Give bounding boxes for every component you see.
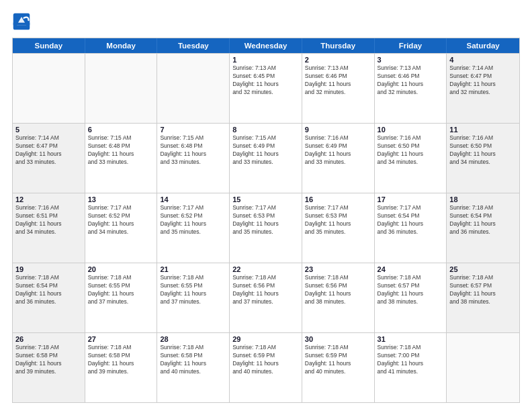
day-number: 24	[378, 265, 444, 273]
day-number: 4	[449, 56, 517, 64]
day-info: Sunrise: 7:18 AM Sunset: 6:58 PM Dayligh…	[160, 344, 226, 376]
day-number: 21	[160, 265, 226, 273]
day-info: Sunrise: 7:18 AM Sunset: 6:55 PM Dayligh…	[88, 274, 154, 306]
calendar-week: 26Sunrise: 7:18 AM Sunset: 6:58 PM Dayli…	[13, 332, 519, 402]
calendar-cell: 5Sunrise: 7:14 AM Sunset: 6:47 PM Daylig…	[13, 124, 85, 193]
logo	[12, 12, 34, 31]
day-number: 8	[232, 126, 299, 134]
calendar-week: 5Sunrise: 7:14 AM Sunset: 6:47 PM Daylig…	[13, 123, 519, 193]
day-number: 14	[160, 195, 226, 203]
calendar-cell: 15Sunrise: 7:17 AM Sunset: 6:53 PM Dayli…	[230, 193, 302, 263]
day-info: Sunrise: 7:13 AM Sunset: 6:45 PM Dayligh…	[232, 64, 299, 97]
day-number: 5	[15, 126, 82, 134]
day-info: Sunrise: 7:15 AM Sunset: 6:48 PM Dayligh…	[88, 134, 154, 167]
day-info: Sunrise: 7:16 AM Sunset: 6:51 PM Dayligh…	[15, 204, 82, 236]
calendar-cell: 30Sunrise: 7:18 AM Sunset: 6:59 PM Dayli…	[302, 333, 375, 402]
svg-rect-2	[13, 23, 30, 26]
calendar-cell	[13, 54, 85, 123]
calendar-cell: 2Sunrise: 7:13 AM Sunset: 6:46 PM Daylig…	[302, 54, 375, 123]
calendar-cell: 24Sunrise: 7:18 AM Sunset: 6:57 PM Dayli…	[375, 263, 447, 332]
day-info: Sunrise: 7:17 AM Sunset: 6:53 PM Dayligh…	[305, 204, 371, 236]
day-info: Sunrise: 7:18 AM Sunset: 6:56 PM Dayligh…	[232, 274, 299, 306]
day-number: 11	[449, 126, 517, 134]
calendar: SundayMondayTuesdayWednesdayThursdayFrid…	[12, 38, 520, 403]
day-info: Sunrise: 7:18 AM Sunset: 6:58 PM Dayligh…	[15, 344, 82, 376]
day-info: Sunrise: 7:18 AM Sunset: 6:56 PM Dayligh…	[305, 274, 371, 306]
day-info: Sunrise: 7:18 AM Sunset: 6:58 PM Dayligh…	[88, 344, 154, 376]
calendar-week: 12Sunrise: 7:16 AM Sunset: 6:51 PM Dayli…	[13, 193, 519, 263]
day-info: Sunrise: 7:14 AM Sunset: 6:47 PM Dayligh…	[15, 134, 82, 167]
calendar-cell: 25Sunrise: 7:18 AM Sunset: 6:57 PM Dayli…	[447, 263, 519, 332]
day-info: Sunrise: 7:16 AM Sunset: 6:50 PM Dayligh…	[449, 134, 517, 167]
day-number: 30	[305, 335, 371, 343]
day-of-week-header: Wednesday	[230, 38, 302, 53]
day-number: 26	[15, 335, 82, 343]
calendar-cell: 26Sunrise: 7:18 AM Sunset: 6:58 PM Dayli…	[13, 333, 85, 402]
calendar-cell: 14Sunrise: 7:17 AM Sunset: 6:52 PM Dayli…	[157, 193, 230, 263]
day-number: 10	[378, 126, 444, 134]
calendar-week: 19Sunrise: 7:18 AM Sunset: 6:54 PM Dayli…	[13, 263, 519, 332]
day-info: Sunrise: 7:14 AM Sunset: 6:47 PM Dayligh…	[449, 64, 517, 97]
day-info: Sunrise: 7:17 AM Sunset: 6:52 PM Dayligh…	[160, 204, 226, 236]
calendar-cell	[85, 54, 158, 123]
day-number: 20	[88, 265, 154, 273]
calendar-cell: 17Sunrise: 7:17 AM Sunset: 6:54 PM Dayli…	[375, 193, 447, 263]
day-of-week-header: Monday	[85, 38, 158, 53]
calendar-cell: 11Sunrise: 7:16 AM Sunset: 6:50 PM Dayli…	[447, 124, 519, 193]
calendar-week: 1Sunrise: 7:13 AM Sunset: 6:45 PM Daylig…	[13, 53, 519, 123]
day-info: Sunrise: 7:18 AM Sunset: 7:00 PM Dayligh…	[378, 344, 444, 376]
calendar-cell: 19Sunrise: 7:18 AM Sunset: 6:54 PM Dayli…	[13, 263, 85, 332]
day-info: Sunrise: 7:17 AM Sunset: 6:52 PM Dayligh…	[88, 204, 154, 236]
page: SundayMondayTuesdayWednesdayThursdayFrid…	[0, 0, 532, 411]
day-number: 2	[305, 56, 371, 64]
calendar-cell: 31Sunrise: 7:18 AM Sunset: 7:00 PM Dayli…	[375, 333, 447, 402]
day-info: Sunrise: 7:15 AM Sunset: 6:49 PM Dayligh…	[232, 134, 299, 167]
day-number: 18	[449, 195, 517, 203]
calendar-cell: 20Sunrise: 7:18 AM Sunset: 6:55 PM Dayli…	[85, 263, 158, 332]
day-info: Sunrise: 7:15 AM Sunset: 6:48 PM Dayligh…	[160, 134, 226, 167]
header	[12, 12, 520, 31]
calendar-cell: 22Sunrise: 7:18 AM Sunset: 6:56 PM Dayli…	[230, 263, 302, 332]
day-info: Sunrise: 7:13 AM Sunset: 6:46 PM Dayligh…	[305, 64, 371, 97]
day-of-week-header: Sunday	[13, 38, 85, 53]
calendar-cell: 23Sunrise: 7:18 AM Sunset: 6:56 PM Dayli…	[302, 263, 375, 332]
day-number: 31	[378, 335, 444, 343]
day-info: Sunrise: 7:16 AM Sunset: 6:50 PM Dayligh…	[378, 134, 444, 167]
day-number: 15	[232, 195, 299, 203]
day-info: Sunrise: 7:16 AM Sunset: 6:49 PM Dayligh…	[305, 134, 371, 167]
day-of-week-header: Saturday	[447, 38, 519, 53]
calendar-cell: 18Sunrise: 7:18 AM Sunset: 6:54 PM Dayli…	[447, 193, 519, 263]
day-info: Sunrise: 7:18 AM Sunset: 6:54 PM Dayligh…	[449, 204, 517, 236]
day-info: Sunrise: 7:17 AM Sunset: 6:54 PM Dayligh…	[378, 204, 444, 236]
day-of-week-header: Friday	[375, 38, 447, 53]
day-number: 6	[88, 126, 154, 134]
calendar-cell: 10Sunrise: 7:16 AM Sunset: 6:50 PM Dayli…	[375, 124, 447, 193]
day-of-week-header: Tuesday	[157, 38, 230, 53]
day-info: Sunrise: 7:18 AM Sunset: 6:54 PM Dayligh…	[15, 274, 82, 306]
calendar-header: SundayMondayTuesdayWednesdayThursdayFrid…	[13, 38, 519, 53]
day-number: 28	[160, 335, 226, 343]
calendar-cell	[447, 333, 519, 402]
calendar-cell: 27Sunrise: 7:18 AM Sunset: 6:58 PM Dayli…	[85, 333, 158, 402]
day-number: 3	[378, 56, 444, 64]
logo-icon	[12, 12, 31, 31]
day-info: Sunrise: 7:18 AM Sunset: 6:57 PM Dayligh…	[449, 274, 517, 306]
calendar-body: 1Sunrise: 7:13 AM Sunset: 6:45 PM Daylig…	[13, 53, 519, 402]
calendar-cell: 3Sunrise: 7:13 AM Sunset: 6:46 PM Daylig…	[375, 54, 447, 123]
calendar-cell	[157, 54, 230, 123]
day-number: 27	[88, 335, 154, 343]
day-number: 23	[305, 265, 371, 273]
calendar-cell: 6Sunrise: 7:15 AM Sunset: 6:48 PM Daylig…	[85, 124, 158, 193]
day-number: 19	[15, 265, 82, 273]
day-info: Sunrise: 7:18 AM Sunset: 6:55 PM Dayligh…	[160, 274, 226, 306]
day-number: 1	[232, 56, 299, 64]
calendar-cell: 9Sunrise: 7:16 AM Sunset: 6:49 PM Daylig…	[302, 124, 375, 193]
day-number: 13	[88, 195, 154, 203]
calendar-cell: 4Sunrise: 7:14 AM Sunset: 6:47 PM Daylig…	[447, 54, 519, 123]
calendar-cell: 29Sunrise: 7:18 AM Sunset: 6:59 PM Dayli…	[230, 333, 302, 402]
day-number: 29	[232, 335, 299, 343]
day-info: Sunrise: 7:18 AM Sunset: 6:59 PM Dayligh…	[232, 344, 299, 376]
day-number: 17	[378, 195, 444, 203]
day-info: Sunrise: 7:13 AM Sunset: 6:46 PM Dayligh…	[378, 64, 444, 97]
calendar-cell: 1Sunrise: 7:13 AM Sunset: 6:45 PM Daylig…	[230, 54, 302, 123]
